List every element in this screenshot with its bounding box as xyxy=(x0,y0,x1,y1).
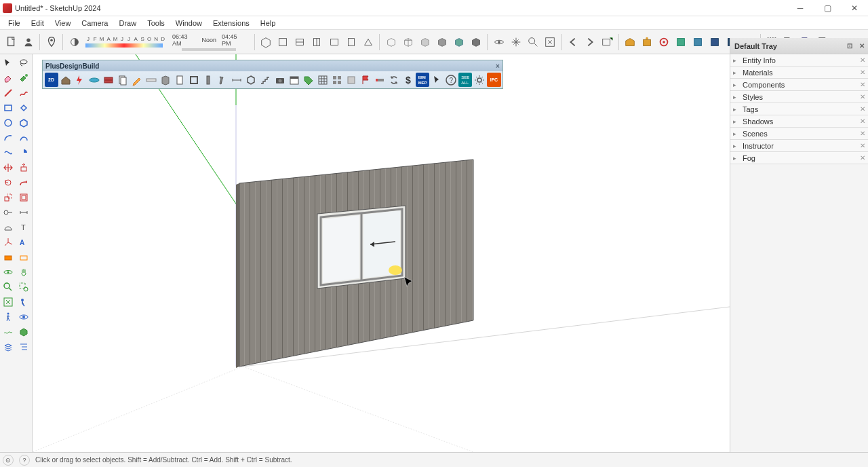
pdb-bim-icon[interactable]: BIMMEP xyxy=(416,73,429,87)
3pt-arc-icon[interactable] xyxy=(0,145,16,160)
paint-icon[interactable] xyxy=(16,71,33,86)
scale-icon[interactable] xyxy=(0,190,16,205)
pdb-cursor-icon[interactable] xyxy=(430,73,443,87)
arc-icon[interactable] xyxy=(0,130,16,145)
pdb-ruler-icon[interactable] xyxy=(144,73,158,87)
next-scene-icon[interactable] xyxy=(583,35,597,50)
menu-edit[interactable]: Edit xyxy=(26,18,50,29)
freehand-icon[interactable] xyxy=(16,86,33,100)
3dwarehouse-icon[interactable] xyxy=(623,35,637,50)
layers-icon[interactable] xyxy=(0,339,16,354)
pan2-icon[interactable] xyxy=(16,265,33,280)
section-icon[interactable] xyxy=(0,250,16,265)
pdb-hammer-icon[interactable] xyxy=(216,73,229,87)
menu-extensions[interactable]: Extensions xyxy=(208,18,255,29)
right-view-icon[interactable] xyxy=(310,35,324,50)
pdb-help-icon[interactable]: ? xyxy=(444,73,458,87)
offset-icon[interactable] xyxy=(16,190,33,205)
iso-view-icon[interactable] xyxy=(259,35,273,50)
location-icon[interactable] xyxy=(44,35,58,50)
extension-mgr-icon[interactable] xyxy=(657,35,671,50)
status-info-icon[interactable]: ? xyxy=(19,455,30,466)
pdb-pencil-icon[interactable] xyxy=(130,73,144,87)
top-view-icon[interactable] xyxy=(276,35,290,50)
tray-panel-materials[interactable]: ▸Materials✕ xyxy=(730,67,868,79)
panel-close-icon[interactable]: ✕ xyxy=(857,142,868,149)
front-view-icon[interactable] xyxy=(293,35,307,50)
panel-close-icon[interactable]: ✕ xyxy=(857,93,868,100)
pdb-flag-icon[interactable] xyxy=(359,73,372,87)
pdb-calendar-icon[interactable] xyxy=(288,73,301,87)
solidtools-icon[interactable] xyxy=(16,324,33,339)
move-icon[interactable] xyxy=(0,160,16,175)
rotrect-icon[interactable] xyxy=(16,100,33,115)
zoom-window-icon[interactable] xyxy=(16,280,33,295)
mono-style-icon[interactable] xyxy=(469,35,483,50)
pdb-wall-icon[interactable] xyxy=(159,73,172,87)
dims-icon[interactable] xyxy=(16,205,33,220)
left-view-icon[interactable] xyxy=(344,35,358,50)
float-toolbar-close[interactable]: × xyxy=(493,62,502,70)
rect-icon[interactable] xyxy=(0,100,16,115)
outliner-icon[interactable] xyxy=(16,339,33,354)
menu-help[interactable]: Help xyxy=(255,18,281,29)
zoom-icon[interactable] xyxy=(526,35,540,50)
panel-close-icon[interactable]: ✕ xyxy=(857,81,868,88)
pdb-house-icon[interactable] xyxy=(59,73,73,87)
section-disp-icon[interactable] xyxy=(16,250,33,265)
pdb-docs-icon[interactable] xyxy=(116,73,130,87)
tray-panel-fog[interactable]: ▸Fog✕ xyxy=(730,152,868,164)
pdb-pipe-icon[interactable] xyxy=(87,73,101,87)
status-geo-icon[interactable]: ⊙ xyxy=(3,455,14,466)
pdb-tag-icon[interactable] xyxy=(302,73,315,87)
back-view-icon[interactable] xyxy=(327,35,341,50)
wireframe-style-icon[interactable] xyxy=(401,35,415,50)
pdb-camera-icon[interactable] xyxy=(273,73,287,87)
menu-window[interactable]: Window xyxy=(170,18,208,29)
persp-view-icon[interactable] xyxy=(361,35,375,50)
eraser-icon[interactable] xyxy=(0,71,16,86)
shaded-tex-style-icon[interactable] xyxy=(452,35,466,50)
tray-close-icon[interactable]: ✕ xyxy=(856,40,868,52)
pdb-stairs-icon[interactable] xyxy=(258,73,272,87)
line-icon[interactable] xyxy=(0,86,16,100)
plusdesignbuild-toolbar[interactable]: PlusDesignBuild × 2D $ BIMMEP ? SEEALL xyxy=(42,60,503,89)
user-icon[interactable] xyxy=(21,35,35,50)
tray-panel-shadows[interactable]: ▸Shadows✕ xyxy=(730,115,868,128)
pdb-room-icon[interactable] xyxy=(187,73,201,87)
close-button[interactable]: ✕ xyxy=(841,0,868,16)
pan-icon[interactable] xyxy=(509,35,523,50)
panel-close-icon[interactable]: ✕ xyxy=(857,69,868,76)
maximize-button[interactable]: ▢ xyxy=(814,0,841,16)
axes-icon[interactable] xyxy=(0,235,16,250)
menu-file[interactable]: File xyxy=(3,18,26,29)
pdb-column-icon[interactable] xyxy=(201,73,215,87)
followme-icon[interactable] xyxy=(16,175,33,190)
circle-icon[interactable] xyxy=(0,115,16,130)
pdb-sync-icon[interactable] xyxy=(387,73,401,87)
pdb-strip-icon[interactable] xyxy=(373,73,387,87)
pdb-seeall-icon[interactable]: SEEALL xyxy=(458,73,472,87)
scene-add-icon[interactable] xyxy=(600,35,614,50)
panel-close-icon[interactable]: ✕ xyxy=(857,130,868,137)
2pt-arc-icon[interactable] xyxy=(16,130,33,145)
shadow-month-slider[interactable] xyxy=(85,43,163,48)
new-file-icon[interactable] xyxy=(4,35,18,50)
look-icon[interactable] xyxy=(16,310,33,324)
pdb-2d-icon[interactable]: 2D xyxy=(45,73,58,87)
zoom2-icon[interactable] xyxy=(0,280,16,295)
shadow-time-slider[interactable] xyxy=(182,48,236,51)
orbit2-icon[interactable] xyxy=(0,265,16,280)
pdb-page-icon[interactable] xyxy=(173,73,186,87)
pdb-dollar-icon[interactable]: $ xyxy=(401,73,415,87)
pushpull-icon[interactable] xyxy=(16,160,33,175)
lasso-icon[interactable] xyxy=(16,56,33,71)
extension-wh-icon[interactable] xyxy=(640,35,654,50)
panel-close-icon[interactable]: ✕ xyxy=(857,56,868,64)
tray-pin-icon[interactable]: ⊡ xyxy=(844,40,856,52)
xray-style-icon[interactable] xyxy=(384,35,398,50)
tray-panel-components[interactable]: ▸Components✕ xyxy=(730,79,868,91)
panel-close-icon[interactable]: ✕ xyxy=(857,105,868,113)
pdb-grid-icon[interactable] xyxy=(330,73,344,87)
menu-tools[interactable]: Tools xyxy=(142,18,170,29)
